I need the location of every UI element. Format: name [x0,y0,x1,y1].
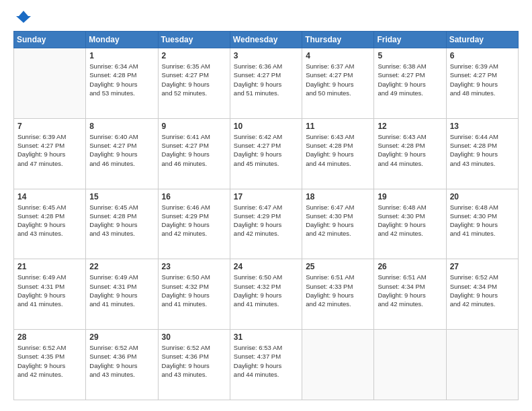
day-info: Sunrise: 6:48 AMSunset: 4:30 PMDaylight:… [450,203,515,238]
calendar-cell: 31Sunrise: 6:53 AMSunset: 4:37 PMDayligh… [230,330,302,400]
day-info: Sunrise: 6:48 AMSunset: 4:30 PMDaylight:… [378,203,442,238]
day-number: 10 [234,122,298,131]
calendar-cell: 17Sunrise: 6:47 AMSunset: 4:29 PMDayligh… [230,189,302,259]
day-info: Sunrise: 6:35 AMSunset: 4:27 PMDaylight:… [162,62,226,97]
calendar-cell: 15Sunrise: 6:45 AMSunset: 4:28 PMDayligh… [86,189,158,259]
calendar-cell: 10Sunrise: 6:42 AMSunset: 4:27 PMDayligh… [230,118,302,189]
day-info: Sunrise: 6:42 AMSunset: 4:27 PMDaylight:… [234,132,298,168]
calendar-cell: 26Sunrise: 6:51 AMSunset: 4:34 PMDayligh… [374,259,446,330]
calendar-cell: 2Sunrise: 6:35 AMSunset: 4:27 PMDaylight… [158,48,230,119]
day-info: Sunrise: 6:39 AMSunset: 4:27 PMDaylight:… [450,62,515,97]
day-number: 25 [306,262,370,271]
calendar-cell: 16Sunrise: 6:46 AMSunset: 4:29 PMDayligh… [158,189,230,259]
day-info: Sunrise: 6:53 AMSunset: 4:37 PMDaylight:… [234,343,298,379]
week-row-3: 14Sunrise: 6:45 AMSunset: 4:28 PMDayligh… [14,189,519,259]
day-info: Sunrise: 6:50 AMSunset: 4:32 PMDaylight:… [234,273,298,308]
day-number: 16 [162,192,226,201]
day-number: 28 [17,332,82,342]
calendar-cell [302,330,374,400]
calendar-cell: 27Sunrise: 6:52 AMSunset: 4:34 PMDayligh… [446,259,518,330]
day-info: Sunrise: 6:43 AMSunset: 4:28 PMDaylight:… [306,132,370,168]
calendar-cell: 18Sunrise: 6:47 AMSunset: 4:30 PMDayligh… [302,189,374,259]
calendar-cell [14,48,86,119]
day-info: Sunrise: 6:47 AMSunset: 4:30 PMDaylight:… [306,203,370,238]
weekday-header-thursday: Thursday [302,32,374,48]
week-row-2: 7Sunrise: 6:39 AMSunset: 4:27 PMDaylight… [14,118,519,189]
day-number: 20 [450,192,515,201]
logo [13,11,31,23]
day-info: Sunrise: 6:52 AMSunset: 4:35 PMDaylight:… [17,343,82,379]
calendar-cell: 5Sunrise: 6:38 AMSunset: 4:27 PMDaylight… [374,48,446,119]
day-info: Sunrise: 6:39 AMSunset: 4:27 PMDaylight:… [17,132,82,168]
calendar-cell: 22Sunrise: 6:49 AMSunset: 4:31 PMDayligh… [86,259,158,330]
weekday-header-tuesday: Tuesday [158,32,230,48]
calendar-cell: 12Sunrise: 6:43 AMSunset: 4:28 PMDayligh… [374,118,446,189]
day-number: 1 [89,51,154,60]
day-number: 21 [17,262,82,271]
calendar-cell: 14Sunrise: 6:45 AMSunset: 4:28 PMDayligh… [14,189,86,259]
weekday-header-monday: Monday [86,32,158,48]
calendar-cell [446,330,518,400]
day-info: Sunrise: 6:41 AMSunset: 4:27 PMDaylight:… [162,132,226,168]
day-info: Sunrise: 6:43 AMSunset: 4:28 PMDaylight:… [378,132,442,168]
calendar-cell: 4Sunrise: 6:37 AMSunset: 4:27 PMDaylight… [302,48,374,119]
calendar-cell: 7Sunrise: 6:39 AMSunset: 4:27 PMDaylight… [14,118,86,189]
calendar-cell: 21Sunrise: 6:49 AMSunset: 4:31 PMDayligh… [14,259,86,330]
day-info: Sunrise: 6:52 AMSunset: 4:34 PMDaylight:… [450,273,515,308]
weekday-header-wednesday: Wednesday [230,32,302,48]
day-info: Sunrise: 6:52 AMSunset: 4:36 PMDaylight:… [89,343,154,379]
day-info: Sunrise: 6:37 AMSunset: 4:27 PMDaylight:… [306,62,370,97]
day-number: 5 [378,51,442,60]
logo-icon [16,11,31,23]
day-number: 15 [89,192,154,201]
day-info: Sunrise: 6:52 AMSunset: 4:36 PMDaylight:… [162,343,226,379]
day-info: Sunrise: 6:34 AMSunset: 4:28 PMDaylight:… [89,62,154,97]
day-info: Sunrise: 6:44 AMSunset: 4:28 PMDaylight:… [450,132,515,168]
calendar-cell: 8Sunrise: 6:40 AMSunset: 4:27 PMDaylight… [86,118,158,189]
calendar-table: SundayMondayTuesdayWednesdayThursdayFrid… [13,31,519,400]
day-number: 11 [306,122,370,131]
weekday-header-friday: Friday [374,32,446,48]
calendar-cell: 3Sunrise: 6:36 AMSunset: 4:27 PMDaylight… [230,48,302,119]
week-row-4: 21Sunrise: 6:49 AMSunset: 4:31 PMDayligh… [14,259,519,330]
day-number: 6 [450,51,515,60]
day-info: Sunrise: 6:51 AMSunset: 4:33 PMDaylight:… [306,273,370,308]
day-number: 2 [162,51,226,60]
day-info: Sunrise: 6:46 AMSunset: 4:29 PMDaylight:… [162,203,226,238]
day-number: 9 [162,122,226,131]
weekday-header-row: SundayMondayTuesdayWednesdayThursdayFrid… [14,32,519,48]
day-info: Sunrise: 6:45 AMSunset: 4:28 PMDaylight:… [17,203,82,238]
calendar-cell: 24Sunrise: 6:50 AMSunset: 4:32 PMDayligh… [230,259,302,330]
day-info: Sunrise: 6:49 AMSunset: 4:31 PMDaylight:… [89,273,154,308]
day-number: 14 [17,192,82,201]
day-info: Sunrise: 6:51 AMSunset: 4:34 PMDaylight:… [378,273,442,308]
calendar-cell: 19Sunrise: 6:48 AMSunset: 4:30 PMDayligh… [374,189,446,259]
day-number: 18 [306,192,370,201]
calendar-cell: 11Sunrise: 6:43 AMSunset: 4:28 PMDayligh… [302,118,374,189]
day-info: Sunrise: 6:49 AMSunset: 4:31 PMDaylight:… [17,273,82,308]
day-number: 4 [306,51,370,60]
calendar-cell: 23Sunrise: 6:50 AMSunset: 4:32 PMDayligh… [158,259,230,330]
weekday-header-sunday: Sunday [14,32,86,48]
day-number: 23 [162,262,226,271]
week-row-5: 28Sunrise: 6:52 AMSunset: 4:35 PMDayligh… [14,330,519,400]
day-number: 8 [89,122,154,131]
day-number: 27 [450,262,515,271]
day-number: 17 [234,192,298,201]
calendar-cell: 13Sunrise: 6:44 AMSunset: 4:28 PMDayligh… [446,118,518,189]
header [13,11,519,23]
calendar-cell [374,330,446,400]
day-info: Sunrise: 6:47 AMSunset: 4:29 PMDaylight:… [234,203,298,238]
calendar-cell: 9Sunrise: 6:41 AMSunset: 4:27 PMDaylight… [158,118,230,189]
calendar-cell: 20Sunrise: 6:48 AMSunset: 4:30 PMDayligh… [446,189,518,259]
day-number: 13 [450,122,515,131]
calendar-cell: 28Sunrise: 6:52 AMSunset: 4:35 PMDayligh… [14,330,86,400]
day-number: 7 [17,122,82,131]
calendar-cell: 30Sunrise: 6:52 AMSunset: 4:36 PMDayligh… [158,330,230,400]
day-info: Sunrise: 6:40 AMSunset: 4:27 PMDaylight:… [89,132,154,168]
day-number: 22 [89,262,154,271]
day-info: Sunrise: 6:36 AMSunset: 4:27 PMDaylight:… [234,62,298,97]
week-row-1: 1Sunrise: 6:34 AMSunset: 4:28 PMDaylight… [14,48,519,119]
weekday-header-saturday: Saturday [446,32,518,48]
calendar-cell: 1Sunrise: 6:34 AMSunset: 4:28 PMDaylight… [86,48,158,119]
